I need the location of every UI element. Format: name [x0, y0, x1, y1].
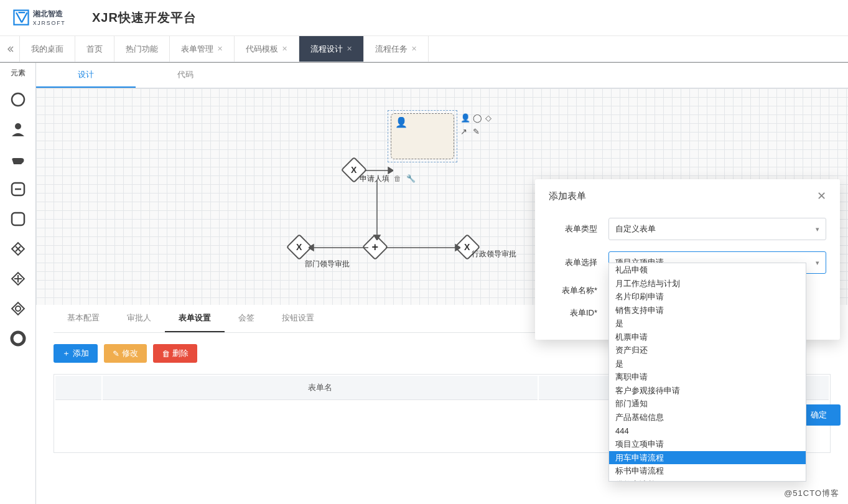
close-icon[interactable]: ✕	[347, 45, 352, 53]
tab-flow-design[interactable]: 流程设计✕	[299, 36, 364, 62]
edit-icon: ✎	[113, 349, 119, 358]
watermark: @51CTO博客	[784, 488, 839, 499]
user-icon: 👤	[460, 113, 469, 122]
label-dept-approve: 部门领导审批	[305, 259, 350, 269]
dropdown-item[interactable]: 是	[609, 317, 806, 330]
tab-home[interactable]: 首页	[75, 36, 114, 62]
settings-tab-form[interactable]: 表单设置	[165, 305, 225, 332]
dropdown-item[interactable]: 产品基础信息	[609, 411, 806, 424]
edit-icon: ✎	[473, 127, 482, 136]
tool-thick-circle[interactable]	[7, 328, 29, 349]
select-form-type[interactable]: 自定义表单▾	[608, 218, 826, 240]
dropdown-item[interactable]: 客户参观接待申请	[609, 384, 806, 398]
subtab-design[interactable]: 设计	[36, 63, 136, 88]
dropdown-item[interactable]: 借款申请单	[609, 478, 806, 482]
dropdown-item[interactable]: 资产归还	[609, 343, 806, 357]
dropdown-item[interactable]: 名片印刷申请	[609, 290, 806, 304]
dropdown-item[interactable]: 标书申请流程	[609, 464, 806, 478]
svg-point-10	[12, 332, 24, 345]
label-form-type: 表单类型	[549, 223, 608, 235]
circle-icon: ◯	[473, 113, 482, 122]
palette-title: 元素	[11, 63, 26, 85]
settings-tab-buttons[interactable]: 按钮设置	[268, 305, 328, 332]
diamond-icon: ◇	[485, 113, 494, 122]
arrow-icon: ↗	[460, 127, 469, 136]
brand-header: 湘北智造 XJRSOFT XJR快速开发平台	[0, 0, 848, 36]
svg-point-9	[16, 306, 21, 311]
dropdown-item[interactable]: 项目立项申请	[609, 437, 806, 451]
tab-form-mgmt[interactable]: 表单管理✕	[170, 36, 235, 62]
close-icon[interactable]: ✕	[217, 45, 223, 53]
tool-box[interactable]	[7, 208, 29, 230]
plus-icon: ＋	[62, 348, 70, 359]
tab-desktop[interactable]: 我的桌面	[20, 36, 75, 62]
svg-marker-14	[374, 235, 380, 240]
dropdown-item[interactable]: 礼品申领	[609, 263, 806, 277]
close-icon[interactable]: ✕	[411, 45, 417, 53]
brand-cn: 湘北智造	[32, 9, 63, 18]
trash-icon: 🗑	[162, 349, 170, 358]
settings-tab-countersign[interactable]: 会签	[225, 305, 268, 332]
tab-flow-task[interactable]: 流程任务✕	[364, 36, 429, 62]
close-icon[interactable]: ✕	[282, 45, 287, 53]
node-side-tools[interactable]: 👤◯◇ ↗✎	[460, 113, 494, 136]
add-button[interactable]: ＋添加	[54, 344, 98, 363]
dropdown-item[interactable]: 离职申请	[609, 370, 806, 384]
dropdown-item[interactable]: 是	[609, 357, 806, 371]
svg-rect-8	[12, 302, 24, 315]
chevron-down-icon: ▾	[816, 259, 819, 267]
svg-marker-16	[309, 245, 314, 251]
tool-minus-box[interactable]	[7, 179, 29, 200]
dropdown-item[interactable]: 用车申请流程	[609, 451, 806, 465]
label-form-name: 表单名称*	[549, 285, 608, 296]
flow-node-user-activity[interactable]: 👤	[391, 113, 454, 159]
settings-tab-approver[interactable]: 审批人	[113, 305, 165, 332]
dropdown-item[interactable]: 部门通知	[609, 397, 806, 411]
tool-diamond-x[interactable]	[7, 238, 29, 259]
dropdown-item[interactable]: 销售支持申请	[609, 304, 806, 317]
svg-marker-12	[388, 167, 393, 174]
form-select-dropdown[interactable]: 礼品申领月工作总结与计划名片印刷申请销售支持申请是机票申请资产归还是离职申请客户…	[608, 263, 806, 482]
settings-tab-base[interactable]: 基本配置	[54, 305, 113, 332]
svg-point-1	[12, 93, 24, 106]
app-title: XJR快速开发平台	[92, 9, 197, 26]
dropdown-item[interactable]: 机票申请	[609, 330, 806, 344]
dropdown-item[interactable]: 444	[609, 424, 806, 438]
tool-circle[interactable]	[7, 89, 29, 110]
svg-marker-18	[455, 245, 460, 251]
tabs-row: 我的桌面 首页 热门功能 表单管理✕ 代码模板✕ 流程设计✕ 流程任务✕	[0, 36, 848, 62]
design-subtabs: 设计 代码	[36, 63, 848, 88]
user-icon: 👤	[395, 116, 408, 128]
modal-close[interactable]: ✕	[817, 189, 826, 203]
edit-button[interactable]: ✎修改	[104, 344, 147, 363]
tab-hot[interactable]: 热门功能	[114, 36, 170, 62]
tool-user[interactable]	[7, 119, 29, 140]
tool-diamond-plus[interactable]	[7, 268, 29, 289]
label-form-select: 表单选择	[549, 257, 608, 268]
delete-button[interactable]: 🗑删除	[153, 344, 197, 363]
wrench-icon: 🔧	[406, 174, 416, 183]
tool-diamond-circle[interactable]	[7, 298, 29, 319]
trash-icon: 🗑	[394, 174, 401, 183]
tab-code-tpl[interactable]: 代码模板✕	[235, 36, 299, 62]
modal-title: 添加表单	[549, 190, 586, 202]
col-form-name: 表单名	[103, 376, 538, 400]
brand-en: XJRSOFT	[33, 19, 66, 26]
elements-palette: 元素	[0, 63, 36, 504]
chevron-down-icon: ▾	[816, 225, 819, 233]
label-admin-approve: 行政领导审批	[472, 249, 516, 259]
brand-logo: 湘北智造 XJRSOFT	[9, 8, 83, 28]
tabs-scroll-left[interactable]	[0, 36, 20, 62]
tool-hand[interactable]	[7, 149, 29, 170]
svg-rect-5	[12, 213, 24, 225]
dropdown-item[interactable]: 月工作总结与计划	[609, 277, 806, 291]
label-form-id: 表单ID*	[549, 307, 608, 319]
subtab-code[interactable]: 代码	[136, 63, 235, 88]
svg-point-2	[15, 123, 21, 129]
